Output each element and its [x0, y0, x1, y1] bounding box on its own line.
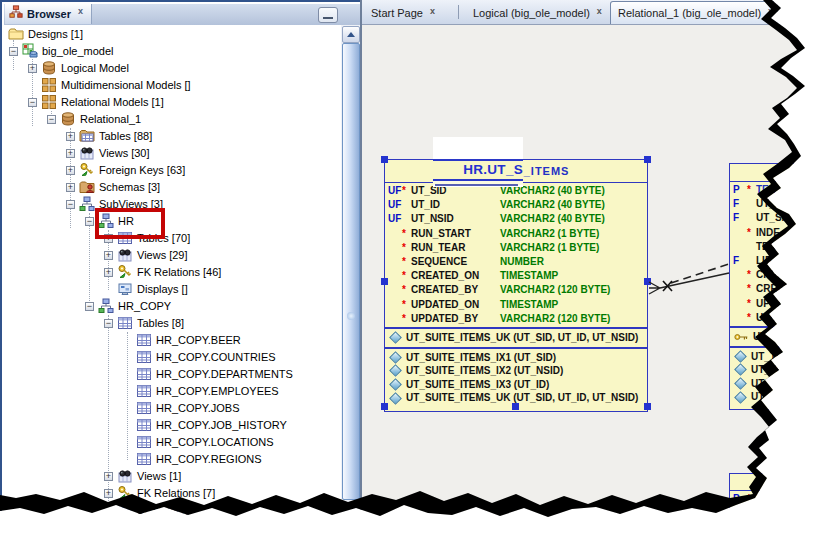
- tree-item-hr-copy-employees[interactable]: HR_COPY.EMPLOYEES: [4, 383, 341, 400]
- zoom-tooltip-text: HR.UT_S: [433, 159, 523, 181]
- tree-item-views-29[interactable]: +Views [29]: [4, 247, 341, 264]
- index-row: UT_SUITE_ITEMS_IX3 (UT_ID): [388, 378, 647, 392]
- column-name: INDE: [756, 226, 816, 240]
- tree-item-views-1[interactable]: +Views [1]: [4, 468, 341, 485]
- table-icon: [136, 366, 152, 382]
- tree-item-subviews-3[interactable]: −SubViews [3]: [4, 196, 341, 213]
- selection-handle[interactable]: [381, 278, 388, 285]
- column-key-marker: UF: [388, 184, 402, 198]
- expand-toggle-icon[interactable]: +: [104, 489, 113, 498]
- panel-splitter[interactable]: [360, 0, 362, 539]
- table-bottom-partial[interactable]: P*LIB: [729, 473, 815, 517]
- collapse-toggle-icon[interactable]: −: [85, 302, 94, 311]
- folder-icon: [8, 26, 24, 42]
- model-tree: Designs [1]−big_ole_model+Logical ModelM…: [4, 25, 341, 521]
- expand-toggle-icon[interactable]: +: [66, 183, 75, 192]
- index-diamond-icon: [389, 351, 402, 364]
- tree-item-tables-70[interactable]: +Tables [70]: [4, 230, 341, 247]
- collapse-toggle-icon[interactable]: −: [28, 98, 37, 107]
- tree-item-relational-1[interactable]: −Relational_1: [4, 111, 341, 128]
- table-icon: [136, 383, 152, 399]
- expand-toggle-icon[interactable]: +: [104, 251, 113, 260]
- editor-tab-logical-big-ole-model[interactable]: Logical (big_ole_model)x: [466, 3, 606, 22]
- selection-handle[interactable]: [381, 403, 388, 410]
- minimize-button[interactable]: [318, 7, 338, 23]
- tree-item-designs-1[interactable]: Designs [1]: [4, 26, 341, 43]
- mandatory-star: *: [402, 312, 411, 326]
- editor-tab-relational-1-big-ole-model[interactable]: Relational_1 (big_ole_model)x: [610, 1, 778, 24]
- tree-item-schemas-3[interactable]: +Schemas [3]: [4, 179, 341, 196]
- tree-item-label: HR_COPY.DEPARTMENTS: [156, 366, 293, 383]
- collapse-toggle-icon[interactable]: −: [104, 319, 113, 328]
- tree-item-label: HR_COPY.EMPLOYEES: [156, 383, 279, 400]
- table-right-partial[interactable]: P*TEAFUT_IDFUT_SI*INDETEAFLIB_TE*CREA*CR…: [729, 163, 815, 410]
- tree-item-displays[interactable]: Displays []: [4, 281, 341, 298]
- tree-item-big-ole-model[interactable]: −big_ole_model: [4, 43, 341, 60]
- tree-item-hr-copy-departments[interactable]: HR_COPY.DEPARTMENTS: [4, 366, 341, 383]
- tree-item-fk-relations-7[interactable]: +FK Relations [7]: [4, 485, 341, 502]
- expand-toggle-icon[interactable]: +: [66, 132, 75, 141]
- tree-item-tables-88[interactable]: +Tables [88]: [4, 128, 341, 145]
- expand-toggle-icon[interactable]: +: [104, 268, 113, 277]
- collapse-toggle-icon[interactable]: −: [9, 47, 18, 56]
- index-row: UT_SUITE_ITEMS_IX2 (UT_NSID): [388, 364, 647, 378]
- tree-item-relational-models-1[interactable]: −Relational Models [1]: [4, 94, 341, 111]
- tree-item-fk-relations-46[interactable]: +FK Relations [46]: [4, 264, 341, 281]
- mandatory-star: *: [402, 283, 411, 297]
- collapse-toggle-icon[interactable]: −: [85, 217, 94, 226]
- tree-item-label: Views [1]: [137, 468, 181, 485]
- selection-handle[interactable]: [644, 403, 651, 410]
- mandatory-star: *: [402, 269, 411, 283]
- expand-toggle-icon[interactable]: +: [66, 149, 75, 158]
- editor-tab-start-page[interactable]: ?Start Pagex: [364, 3, 439, 22]
- expand-toggle-icon[interactable]: +: [104, 472, 113, 481]
- tree-item-multidimensional-models[interactable]: Multidimensional Models []: [4, 77, 341, 94]
- tree-item-hr-copy-job-history[interactable]: HR_COPY.JOB_HISTORY: [4, 417, 341, 434]
- expand-toggle-icon[interactable]: +: [66, 166, 75, 175]
- tab-close-icon[interactable]: x: [768, 6, 773, 16]
- tree-item-foreign-keys-63[interactable]: +Foreign Keys [63]: [4, 162, 341, 179]
- tree-scrollbar[interactable]: [341, 25, 360, 521]
- tree-item-hr-copy-countries[interactable]: HR_COPY.COUNTRIES: [4, 349, 341, 366]
- index-label: UT_TE: [751, 363, 783, 377]
- zoom-tooltip: HR.UT_S: [433, 137, 523, 187]
- tree-item-logical-model[interactable]: +Logical Model: [4, 60, 341, 77]
- tree-item-label: HR_COPY.COUNTRIES: [156, 349, 276, 366]
- scrollbar-up-button[interactable]: [342, 26, 360, 43]
- tree-item-tables-8[interactable]: −Tables [8]: [4, 315, 341, 332]
- browser-tab-close-icon[interactable]: x: [78, 6, 83, 16]
- collapse-toggle-icon[interactable]: −: [47, 115, 56, 124]
- index-row: UT_TE: [733, 350, 814, 364]
- column-row: *RUN_STARTVARCHAR2 (1 BYTE): [388, 227, 647, 241]
- tree-item-hr[interactable]: −HR: [4, 213, 341, 230]
- selection-handle[interactable]: [381, 156, 388, 163]
- tree-item-hr-copy-locations[interactable]: HR_COPY.LOCATIONS: [4, 434, 341, 451]
- column-datatype: VARCHAR2 (1 BYTE): [500, 228, 599, 239]
- tree-item-label: Relational_1: [80, 111, 141, 128]
- tree-item-hr-copy[interactable]: −HR_COPY: [4, 298, 341, 315]
- tree-item-views-30[interactable]: +Views [30]: [4, 145, 341, 162]
- tree-item-hr-copy-beer[interactable]: HR_COPY.BEER: [4, 332, 341, 349]
- expand-toggle-icon[interactable]: +: [28, 64, 37, 73]
- tab-close-icon[interactable]: x: [597, 6, 602, 16]
- table-ut-suite-items[interactable]: UT_SUITE_ITEMSUF*UT_SIDVARCHAR2 (40 BYTE…: [384, 159, 648, 412]
- browser-tab[interactable]: Browser x: [5, 4, 92, 24]
- column-name: UT_NSID: [411, 212, 500, 226]
- column-name: CREA: [756, 268, 816, 282]
- selection-handle[interactable]: [644, 278, 651, 285]
- column-datatype: TIMESTAMP: [500, 299, 558, 310]
- editor-tab-label: Logical (big_ole_model): [473, 7, 590, 19]
- selection-handle[interactable]: [644, 156, 651, 163]
- tree-item-label: Logical Model: [61, 60, 129, 77]
- column-row: P*TEA: [733, 183, 814, 197]
- scrollbar-thumb[interactable]: [342, 43, 360, 500]
- tree-item-hr-copy-regions[interactable]: HR_COPY.REGIONS: [4, 451, 341, 468]
- tab-close-icon[interactable]: x: [430, 6, 435, 16]
- collapse-toggle-icon[interactable]: −: [66, 200, 75, 209]
- tree-item-displays[interactable]: Displays []: [4, 502, 341, 519]
- tree-item-hr-copy-jobs[interactable]: HR_COPY.JOBS: [4, 400, 341, 417]
- column-name: RUN_TEAR: [411, 241, 500, 255]
- selection-handle[interactable]: [512, 403, 519, 410]
- column-name: UT_ID: [756, 197, 816, 211]
- index-label: UT_SUITE_ITEMS_IX2 (UT_NSID): [406, 364, 563, 378]
